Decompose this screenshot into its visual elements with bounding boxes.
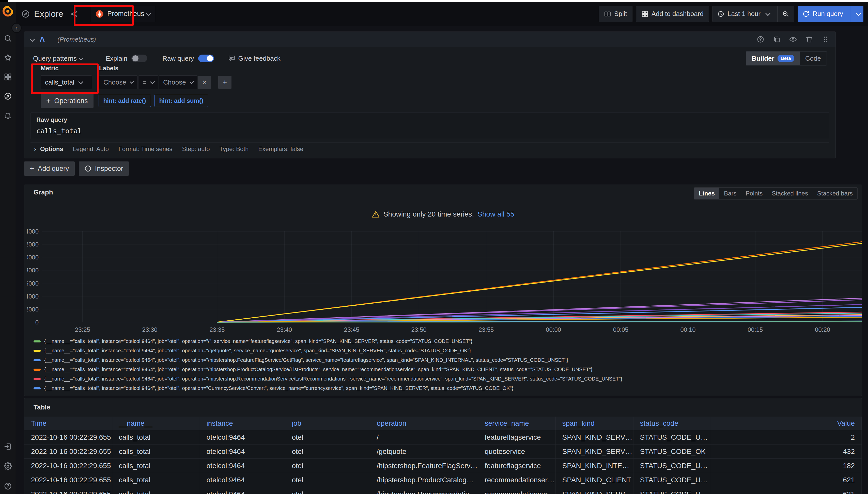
builder-code-switcher: Builder Beta Code: [746, 51, 827, 65]
column-header-instance[interactable]: instance: [200, 417, 285, 430]
table-cell: otelcol:9464: [200, 473, 285, 487]
give-feedback-link[interactable]: Give feedback: [228, 55, 281, 62]
legend-item[interactable]: {__name__="calls_total", instance="otelc…: [34, 365, 857, 374]
beta-badge: Beta: [778, 55, 794, 62]
svg-text:23:50: 23:50: [411, 326, 427, 333]
column-header-status-code[interactable]: status_code: [633, 417, 711, 430]
query-help-icon[interactable]: [757, 36, 764, 43]
table-cell: featureflagservice: [478, 459, 556, 473]
table-cell: otel: [285, 459, 370, 473]
drag-handle-icon[interactable]: [822, 36, 829, 43]
table-cell: SPAN_KIND_SERVER: [556, 444, 633, 459]
chart-legend: {__name__="calls_total", instance="otelc…: [34, 337, 857, 396]
add-operations-button[interactable]: + Operations: [41, 94, 93, 108]
query-row-header[interactable]: A (Prometheus): [24, 32, 835, 47]
legend-color-dash: [34, 340, 41, 342]
explore-compass-icon: [21, 10, 30, 18]
table-cell: SPAN_KIND_INTERNAL: [556, 459, 633, 473]
query-patterns-dropdown[interactable]: Query patterns: [33, 55, 83, 62]
inspector-button[interactable]: Inspector: [79, 162, 129, 176]
legend-item[interactable]: {__name__="calls_total", instance="otelc…: [34, 374, 857, 384]
legend-item[interactable]: {__name__="calls_total", instance="otelc…: [34, 393, 857, 396]
page-title: Explore: [34, 9, 63, 19]
add-query-label: Add query: [38, 165, 69, 173]
column-header-value[interactable]: Value: [711, 417, 862, 430]
duplicate-query-icon[interactable]: [773, 36, 781, 43]
label-operator-select[interactable]: =: [138, 75, 158, 89]
builder-tab[interactable]: Builder Beta: [746, 52, 800, 65]
hide-query-eye-icon[interactable]: [789, 36, 797, 43]
collapse-chevron-icon[interactable]: [30, 37, 35, 42]
grafana-logo[interactable]: [2, 5, 14, 17]
add-label-button[interactable]: +: [218, 76, 232, 89]
sidebar: [0, 2, 16, 494]
metric-select[interactable]: calls_total: [41, 75, 92, 89]
explore-icon-active[interactable]: [4, 92, 12, 100]
table-cell: otel: [285, 487, 370, 494]
column-header-operation[interactable]: operation: [370, 417, 478, 430]
remove-label-button[interactable]: ×: [198, 76, 211, 89]
query-hint-button[interactable]: hint: add rate(): [98, 95, 151, 107]
column-header-span-kind[interactable]: span_kind: [556, 417, 633, 430]
explain-toggle[interactable]: [131, 55, 147, 62]
legend-item[interactable]: {__name__="calls_total", instance="otelc…: [34, 346, 857, 355]
code-label: Code: [805, 55, 821, 62]
table-row[interactable]: 2022-10-16 00:22:29.655calls_totalotelco…: [24, 444, 862, 459]
legend-color-dash: [34, 387, 41, 390]
column-header-service-name[interactable]: service_name: [478, 417, 556, 430]
time-range-label: Last 1 hour: [727, 10, 760, 18]
query-hint-button[interactable]: hint: add sum(): [155, 95, 208, 107]
column-header-job[interactable]: job: [285, 417, 370, 430]
starred-icon[interactable]: [4, 54, 12, 62]
legend-color-dash: [34, 368, 41, 370]
viz-mode-points[interactable]: Points: [741, 188, 767, 199]
table-row[interactable]: 2022-10-16 00:22:29.655calls_totalotelco…: [24, 459, 862, 473]
help-icon[interactable]: [4, 482, 12, 490]
search-icon[interactable]: [4, 34, 12, 42]
alerting-icon[interactable]: [4, 111, 12, 119]
run-query-dropdown[interactable]: [851, 6, 863, 22]
legend-label: {__name__="calls_total", instance="otelc…: [44, 357, 568, 363]
legend-item[interactable]: {__name__="calls_total", instance="otelc…: [34, 337, 857, 346]
dashboards-icon[interactable]: [4, 73, 12, 81]
show-all-series-link[interactable]: Show all 55: [477, 210, 514, 218]
delete-query-trash-icon[interactable]: [806, 36, 813, 43]
column-header--name-[interactable]: __name__: [112, 417, 200, 430]
time-range-button[interactable]: Last 1 hour: [713, 6, 774, 22]
option-meta: Legend: Auto: [73, 146, 109, 152]
add-query-button[interactable]: + Add query: [24, 162, 75, 176]
viz-mode-bars[interactable]: Bars: [719, 188, 741, 199]
query-options-row[interactable]: › Options Legend: AutoFormat: Time serie…: [31, 142, 829, 155]
options-meta: Legend: AutoFormat: Time seriesStep: aut…: [63, 146, 303, 153]
table-row[interactable]: 2022-10-16 00:22:29.655calls_totalotelco…: [24, 430, 862, 444]
viz-mode-lines[interactable]: Lines: [694, 188, 719, 199]
label-value-select[interactable]: Choose: [159, 75, 197, 89]
split-button[interactable]: Split: [599, 6, 632, 22]
warning-triangle-icon: [372, 210, 380, 218]
label-key-select[interactable]: Choose: [99, 75, 138, 89]
viz-mode-stacked-bars[interactable]: Stacked bars: [813, 188, 857, 199]
share-icon[interactable]: [70, 10, 77, 18]
legend-item[interactable]: {__name__="calls_total", instance="otelc…: [34, 355, 857, 365]
table-row[interactable]: 2022-10-16 00:22:29.655calls_totalotelco…: [24, 473, 862, 487]
settings-gear-icon[interactable]: [4, 462, 12, 470]
time-series-chart[interactable]: 0200040006000800010000120001400023:2523:…: [27, 227, 862, 335]
query-patterns-label: Query patterns: [33, 55, 77, 62]
expand-sidebar-button[interactable]: ›: [12, 23, 22, 33]
table-cell: otelcol:9464: [200, 487, 285, 494]
add-to-dashboard-button[interactable]: Add to dashboard: [636, 6, 709, 22]
code-tab[interactable]: Code: [800, 52, 827, 65]
run-query-button[interactable]: Run query: [798, 6, 848, 22]
legend-item[interactable]: {__name__="calls_total", instance="otelc…: [34, 384, 857, 393]
table-cell: recommendationservice: [478, 487, 556, 494]
viz-mode-stacked-lines[interactable]: Stacked lines: [767, 188, 813, 199]
raw-query-toggle-group: Raw query: [162, 55, 214, 62]
zoom-out-button[interactable]: [777, 6, 794, 22]
table-cell: STATUS_CODE_UNSET: [633, 430, 711, 444]
clock-icon: [717, 11, 724, 18]
sign-in-icon[interactable]: [4, 442, 12, 451]
datasource-picker[interactable]: Prometheus: [91, 6, 155, 22]
table-row[interactable]: 2022-10-16 00:22:29.655calls_totalotelco…: [24, 487, 862, 494]
column-header-time[interactable]: Time: [24, 417, 112, 430]
raw-query-toggle[interactable]: [198, 55, 214, 62]
